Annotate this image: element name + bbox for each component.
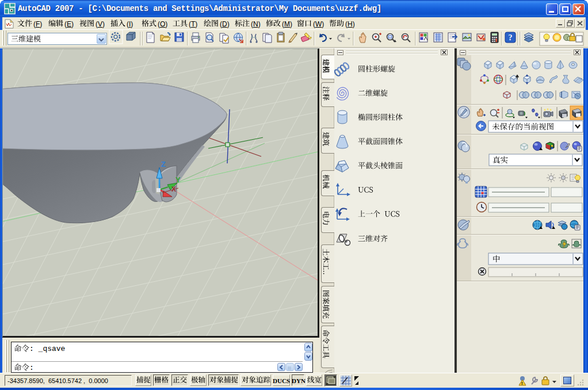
svg-text:X: X xyxy=(171,185,176,193)
svg-text:Z: Z xyxy=(161,160,166,169)
svg-text:Y: Y xyxy=(175,175,181,184)
svg-text:!: ! xyxy=(521,381,523,386)
svg-text:?: ? xyxy=(509,33,513,42)
